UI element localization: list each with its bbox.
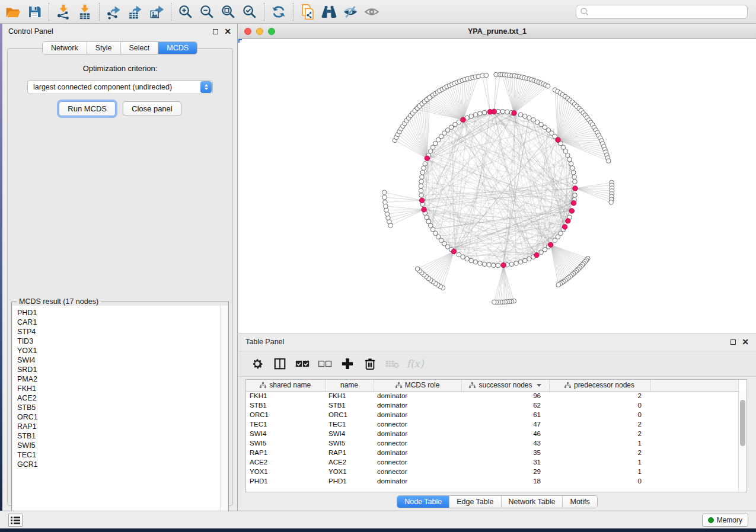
cell-name[interactable]: ACE2: [325, 457, 374, 467]
export-table-icon[interactable]: [125, 2, 146, 22]
cell-empty[interactable]: [650, 467, 738, 476]
table-row[interactable]: SWI5SWI5connector431: [246, 438, 738, 448]
cell-name[interactable]: SWI4: [325, 429, 374, 438]
float-panel-icon[interactable]: [213, 29, 218, 34]
cell-name[interactable]: STB1: [325, 400, 374, 410]
column-selector-icon[interactable]: [270, 355, 289, 373]
mcds-result-item[interactable]: CAR1: [17, 318, 220, 327]
cell-name[interactable]: RAP1: [325, 448, 374, 457]
cell-predecessor-nodes[interactable]: 0: [549, 410, 650, 419]
tab-network-table[interactable]: Network Table: [502, 496, 563, 508]
table-row[interactable]: FKH1FKH1dominator962: [246, 391, 738, 400]
cell-MCDS-role[interactable]: connector: [374, 467, 461, 476]
mcds-result-item[interactable]: PHD1: [17, 308, 220, 318]
cell-MCDS-role[interactable]: connector: [374, 419, 461, 429]
cell-MCDS-role[interactable]: dominator: [374, 391, 461, 400]
tab-node-table[interactable]: Node Table: [397, 496, 449, 508]
memory-button[interactable]: Memory: [702, 514, 748, 527]
clone-view-icon[interactable]: [297, 2, 318, 22]
cell-empty[interactable]: [650, 410, 738, 419]
tab-edge-table[interactable]: Edge Table: [449, 496, 501, 508]
table-row[interactable]: PHD1PHD1dominator180: [246, 476, 738, 486]
table-row[interactable]: TEC1TEC1connector472: [246, 419, 738, 429]
cell-empty[interactable]: [650, 438, 738, 448]
table-row[interactable]: ORC1ORC1dominator610: [246, 410, 738, 419]
mcds-result-item[interactable]: SWI5: [17, 441, 220, 450]
mcds-result-item[interactable]: SRD1: [17, 365, 220, 374]
table-scrollbar[interactable]: [738, 392, 747, 492]
cell-shared-name[interactable]: STB1: [246, 400, 325, 410]
cell-successor-nodes[interactable]: 35: [461, 448, 549, 457]
mcds-result-item[interactable]: YOX1: [17, 346, 220, 355]
cell-successor-nodes[interactable]: 62: [461, 400, 549, 410]
cell-shared-name[interactable]: FKH1: [246, 391, 325, 400]
column-header-predecessor-nodes[interactable]: predecessor nodes: [549, 380, 650, 391]
mcds-result-scrollbar[interactable]: [220, 306, 228, 519]
column-header-MCDS-role[interactable]: MCDS role: [374, 380, 461, 391]
network-window-titlebar[interactable]: YPA_prune.txt_1: [238, 24, 756, 39]
cell-MCDS-role[interactable]: dominator: [374, 448, 461, 457]
tab-select[interactable]: Select: [121, 42, 159, 54]
cell-predecessor-nodes[interactable]: 0: [549, 476, 650, 486]
close-table-panel-icon[interactable]: ✕: [742, 339, 749, 345]
cell-predecessor-nodes[interactable]: 1: [549, 457, 650, 467]
cell-shared-name[interactable]: SWI4: [246, 429, 325, 438]
cell-empty[interactable]: [650, 448, 738, 457]
search-input[interactable]: [589, 6, 747, 18]
cell-name[interactable]: TEC1: [325, 419, 374, 429]
cell-successor-nodes[interactable]: 18: [461, 476, 549, 486]
mcds-result-item[interactable]: TID3: [17, 336, 220, 346]
settings-gear-icon[interactable]: [248, 355, 267, 373]
cell-predecessor-nodes[interactable]: 2: [549, 448, 650, 457]
tab-network[interactable]: Network: [43, 42, 87, 54]
cell-shared-name[interactable]: ORC1: [246, 410, 325, 419]
cell-shared-name[interactable]: RAP1: [246, 448, 325, 457]
table-row[interactable]: RAP1RAP1dominator352: [246, 448, 738, 457]
mcds-result-list[interactable]: PHD1CAR1STP4TID3YOX1SWI4SRD1PMA2FKH1ACE2…: [12, 306, 221, 519]
cell-successor-nodes[interactable]: 29: [461, 467, 549, 476]
close-panel-button[interactable]: Close panel: [123, 101, 181, 116]
mcds-result-item[interactable]: STB5: [17, 403, 220, 412]
mcds-result-item[interactable]: PMA2: [17, 374, 220, 384]
cell-empty[interactable]: [650, 457, 738, 467]
cell-MCDS-role[interactable]: dominator: [374, 400, 461, 410]
tab-motifs[interactable]: Motifs: [563, 496, 596, 508]
open-file-icon[interactable]: [2, 2, 24, 22]
run-mcds-button[interactable]: Run MCDS: [59, 101, 116, 116]
optimization-criterion-select[interactable]: largest connected component (undirected): [27, 80, 213, 94]
tab-style[interactable]: Style: [87, 42, 121, 54]
mcds-result-item[interactable]: RAP1: [17, 422, 220, 431]
cell-name[interactable]: SWI5: [325, 438, 374, 448]
cell-MCDS-role[interactable]: dominator: [374, 476, 461, 486]
mcds-result-item[interactable]: STB1: [17, 431, 220, 441]
cell-MCDS-role[interactable]: connector: [374, 457, 461, 467]
cell-shared-name[interactable]: ACE2: [246, 457, 325, 467]
float-table-panel-icon[interactable]: [731, 339, 736, 345]
task-history-button[interactable]: [8, 514, 23, 527]
add-row-icon[interactable]: [338, 355, 357, 373]
cell-empty[interactable]: [650, 429, 738, 438]
cell-empty[interactable]: [650, 400, 738, 410]
cell-predecessor-nodes[interactable]: 2: [549, 391, 650, 400]
export-network-icon[interactable]: [103, 2, 125, 22]
cell-predecessor-nodes[interactable]: 1: [549, 438, 650, 448]
zoom-out-icon[interactable]: [196, 2, 218, 22]
select-all-icon[interactable]: [293, 355, 312, 373]
table-row[interactable]: SWI4SWI4dominator462: [246, 429, 738, 438]
cell-name[interactable]: FKH1: [325, 391, 374, 400]
export-image-icon[interactable]: [146, 2, 167, 22]
zoom-selected-icon[interactable]: [239, 2, 260, 22]
binoculars-icon[interactable]: [318, 2, 340, 22]
cell-shared-name[interactable]: TEC1: [246, 419, 325, 429]
cell-shared-name[interactable]: SWI5: [246, 438, 325, 448]
cell-shared-name[interactable]: YOX1: [246, 467, 325, 476]
column-header-successor-nodes[interactable]: successor nodes: [461, 380, 549, 391]
hide-details-icon[interactable]: [340, 2, 361, 22]
table-row[interactable]: ACE2ACE2connector311: [246, 457, 738, 467]
search-box[interactable]: [576, 5, 748, 19]
tab-mcds[interactable]: MCDS: [158, 42, 197, 54]
cell-name[interactable]: ORC1: [325, 410, 374, 419]
save-session-icon[interactable]: [24, 2, 45, 22]
delete-row-icon[interactable]: [361, 355, 379, 373]
cell-successor-nodes[interactable]: 96: [461, 391, 549, 400]
